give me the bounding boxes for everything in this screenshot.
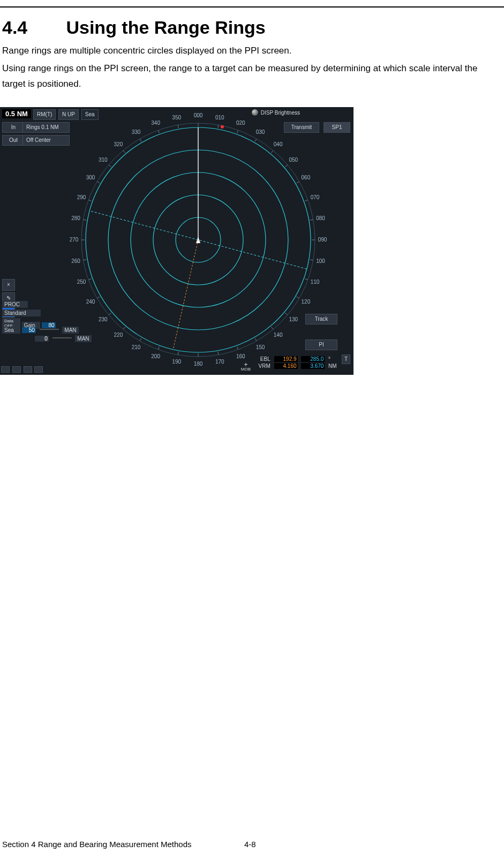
- svg-text:130: 130: [289, 316, 298, 322]
- svg-line-64: [88, 200, 92, 201]
- svg-text:060: 060: [302, 175, 311, 180]
- svg-line-34: [271, 327, 273, 329]
- collapse-icon[interactable]: ×: [2, 279, 15, 291]
- rain-value[interactable]: 0: [35, 336, 49, 342]
- svg-text:020: 020: [236, 120, 245, 126]
- svg-line-56: [88, 278, 92, 280]
- bottom-status-bar: [1, 366, 44, 374]
- zoom-in-button[interactable]: In: [2, 122, 25, 133]
- svg-line-70: [123, 150, 125, 153]
- svg-text:330: 330: [132, 129, 141, 135]
- range-scale-label[interactable]: 0.5 NM: [2, 109, 31, 118]
- svg-line-40: [218, 351, 219, 354]
- radar-screenshot: 0.5 NM RM(T) N UP Sea In Out Rings 0.1 N…: [0, 107, 353, 375]
- svg-line-12: [255, 139, 257, 141]
- section-number: 4.4: [2, 17, 61, 38]
- svg-line-50: [123, 327, 125, 329]
- rain-slider[interactable]: [52, 337, 72, 338]
- zoom-out-button[interactable]: Out: [2, 135, 25, 146]
- svg-text:260: 260: [71, 258, 80, 264]
- svg-text:290: 290: [77, 194, 86, 200]
- svg-text:310: 310: [99, 157, 108, 163]
- svg-text:140: 140: [274, 331, 283, 337]
- svg-text:070: 070: [311, 194, 320, 200]
- motion-mode-selector[interactable]: RM(T): [33, 109, 56, 120]
- svg-line-46: [158, 346, 159, 350]
- svg-line-44: [178, 351, 178, 354]
- svg-line-32: [285, 313, 288, 315]
- window-icon[interactable]: [34, 366, 43, 373]
- svg-text:200: 200: [151, 353, 160, 359]
- svg-line-76: [178, 125, 178, 128]
- off-center-button[interactable]: Off Center: [22, 135, 70, 146]
- svg-text:050: 050: [289, 157, 298, 163]
- svg-point-81: [221, 125, 224, 128]
- svg-line-38: [237, 346, 238, 350]
- footer-section-title: Section 4 Range and Bearing Measurement …: [2, 840, 192, 849]
- sea-slider[interactable]: [40, 329, 59, 330]
- window-icon[interactable]: [1, 366, 10, 373]
- svg-text:300: 300: [86, 175, 95, 180]
- svg-line-54: [97, 297, 100, 298]
- svg-line-22: [310, 220, 313, 220]
- sea-label: Sea: [2, 327, 20, 334]
- svg-text:030: 030: [256, 129, 265, 135]
- paragraph-1: Range rings are multiple concentric circ…: [2, 43, 502, 59]
- sp1-button[interactable]: SP1: [324, 122, 350, 133]
- svg-text:350: 350: [172, 114, 181, 120]
- svg-text:250: 250: [77, 279, 86, 285]
- svg-text:040: 040: [274, 141, 283, 147]
- vrm-unit: NM: [328, 363, 340, 369]
- ppi-display[interactable]: 0000100200300400500600700800901001101201…: [70, 111, 327, 368]
- svg-line-72: [140, 139, 141, 141]
- svg-text:220: 220: [114, 331, 123, 337]
- svg-text:240: 240: [86, 299, 95, 305]
- window-icon[interactable]: [24, 366, 32, 373]
- svg-line-36: [255, 338, 257, 341]
- svg-text:270: 270: [70, 237, 79, 243]
- footer-page-number: 4-8: [244, 840, 256, 849]
- svg-text:180: 180: [194, 361, 203, 367]
- svg-text:340: 340: [151, 120, 160, 126]
- range-rings-button[interactable]: Rings 0.1 NM: [22, 122, 70, 133]
- svg-text:100: 100: [316, 258, 325, 264]
- svg-line-52: [109, 313, 111, 315]
- svg-text:090: 090: [318, 237, 327, 243]
- svg-line-68: [109, 165, 111, 167]
- svg-text:160: 160: [236, 353, 245, 359]
- ebl-true-toggle[interactable]: T: [342, 354, 350, 364]
- section-title: Using the Range Rings: [66, 17, 265, 37]
- svg-line-48: [140, 338, 141, 341]
- svg-text:150: 150: [256, 344, 265, 350]
- svg-text:010: 010: [215, 114, 224, 120]
- svg-text:170: 170: [215, 359, 224, 365]
- svg-text:320: 320: [114, 141, 123, 147]
- svg-line-10: [237, 130, 238, 133]
- svg-line-26: [310, 259, 313, 260]
- svg-text:190: 190: [172, 359, 181, 365]
- svg-text:120: 120: [302, 299, 311, 305]
- svg-line-30: [297, 297, 299, 298]
- svg-line-14: [271, 150, 273, 153]
- svg-text:280: 280: [71, 215, 80, 221]
- svg-line-18: [297, 182, 299, 183]
- svg-line-66: [97, 182, 100, 183]
- svg-text:000: 000: [194, 112, 203, 118]
- sea-value[interactable]: 50: [22, 327, 36, 333]
- standard-label[interactable]: Standard: [2, 310, 41, 316]
- svg-text:110: 110: [311, 279, 320, 285]
- svg-line-58: [83, 259, 86, 260]
- window-icon[interactable]: [12, 366, 21, 373]
- svg-text:230: 230: [99, 316, 108, 322]
- paragraph-2: Using range rings on the PPI screen, the…: [2, 61, 502, 92]
- svg-text:210: 210: [132, 344, 141, 350]
- proc-label[interactable]: PROC: [2, 301, 28, 308]
- svg-line-62: [83, 220, 86, 220]
- svg-line-74: [158, 130, 159, 133]
- svg-text:080: 080: [316, 215, 325, 221]
- svg-line-28: [305, 278, 308, 280]
- ebl-degree-unit: °: [328, 356, 340, 362]
- svg-line-8: [218, 125, 219, 128]
- svg-line-80: [173, 240, 198, 350]
- svg-line-16: [285, 165, 288, 167]
